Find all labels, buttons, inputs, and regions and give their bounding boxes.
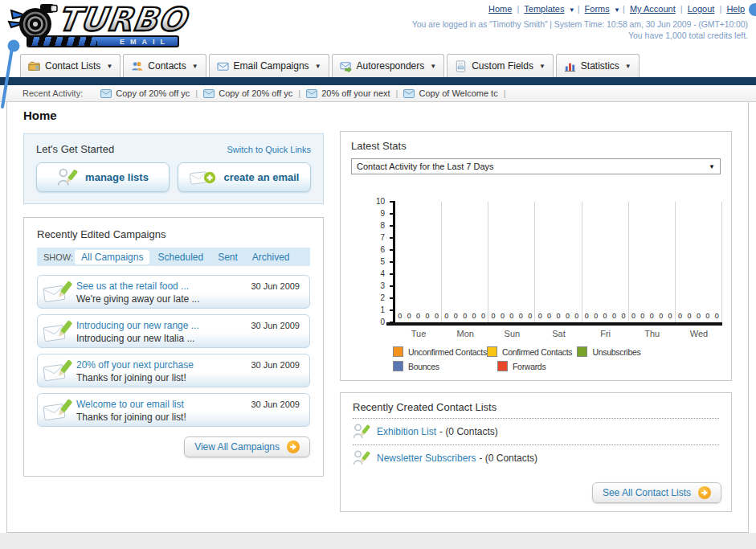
chevron-down-icon: ▼ — [192, 63, 198, 70]
custom-fields-icon — [455, 60, 467, 72]
recently-edited-campaigns-panel: Recently Edited Campaigns SHOW: All Camp… — [23, 217, 324, 477]
blue-dot-annotation — [749, 3, 756, 16]
campaign-subtitle: Thanks for joining our list! — [76, 372, 301, 383]
campaign-card: See us at the retail food ...We're givin… — [37, 275, 310, 309]
chevron-down-icon: ▼ — [612, 6, 620, 14]
envelope-pencil-icon — [43, 358, 73, 387]
contact-list-item: Newsletter Subscribers- (0 Contacts) — [353, 445, 719, 471]
chart-day-label: Thu — [629, 329, 676, 338]
chevron-down-icon: ▼ — [315, 63, 321, 70]
contact-list-name-link[interactable]: Newsletter Subscribers — [377, 453, 476, 464]
login-status: You are logged in as "Timothy Smith" | S… — [412, 19, 748, 29]
envelope-plus-icon — [190, 168, 217, 187]
chart-y-tick — [390, 273, 395, 275]
stats-period-dropdown[interactable]: Contact Activity for the Last 7 Days ▼ — [351, 158, 721, 174]
tab-label: Email Campaigns — [234, 60, 309, 72]
recent-activity-item[interactable]: Copy of 20% off yc — [100, 88, 190, 98]
campaign-date: 30 Jun 2009 — [251, 399, 300, 409]
manage-lists-label: manage lists — [85, 171, 149, 183]
chart-values: 00000 — [442, 312, 488, 320]
chart-y-tick — [390, 309, 395, 311]
legend-item: Unconfirmed Contacts — [393, 346, 487, 357]
top-link-forms[interactable]: Forms — [585, 4, 610, 14]
logo-title: TURBO — [55, 2, 189, 36]
campaign-date: 30 Jun 2009 — [251, 281, 300, 291]
legend-swatch — [393, 361, 403, 371]
tab-contact-lists[interactable]: Contact Lists▼ — [20, 54, 121, 77]
recent-activity-item[interactable]: Copy of 20% off yc — [203, 88, 292, 98]
tab-custom-fields[interactable]: Custom Fields▼ — [447, 54, 554, 77]
filter-archived[interactable]: Archived — [246, 250, 296, 264]
top-link-logout[interactable]: Logout — [688, 4, 715, 14]
campaign-date: 30 Jun 2009 — [251, 360, 300, 370]
contact-lists-icon — [28, 60, 40, 72]
chart-y-tick — [390, 297, 395, 299]
envelope-icon — [203, 89, 215, 98]
contact-activity-chart: 00000000000000000000000000000000000 TueM… — [393, 202, 722, 322]
tab-label: Statistics — [581, 60, 619, 72]
recent-contact-lists-panel: Recently Created Contact Lists Exhibitio… — [340, 392, 732, 512]
chart-day-column: 00000 — [629, 202, 676, 322]
create-email-button[interactable]: create an email — [178, 162, 311, 192]
filter-all-campaigns[interactable]: All Campaigns — [75, 250, 149, 264]
content-panel: Home Let's Get Started Switch to Quick L… — [6, 102, 749, 533]
nav-divider-bar — [0, 77, 756, 85]
legend-swatch — [393, 346, 403, 357]
tab-autoresponders[interactable]: Autoresponders▼ — [332, 54, 445, 77]
activity-item-label: Copy of Welcome tc — [419, 88, 497, 98]
envelope-pencil-icon — [43, 398, 73, 426]
contact-list-name-link[interactable]: Exhibition List — [377, 426, 436, 437]
recent-activity-item[interactable]: 20% off your next — [306, 88, 390, 98]
chart-day-label: Sun — [488, 329, 535, 338]
campaign-date: 30 Jun 2009 — [251, 321, 300, 330]
legend-label: Unconfirmed Contacts — [408, 347, 487, 357]
legend-label: Bounces — [408, 362, 439, 371]
legend-swatch — [487, 346, 497, 357]
see-all-contact-lists-button[interactable]: See All Contact Lists — [592, 482, 721, 503]
legend-item: Bounces — [393, 361, 497, 371]
arrow-icon — [698, 486, 711, 499]
tab-contacts[interactable]: Contacts▼ — [123, 54, 206, 77]
tab-label: Contact Lists — [45, 60, 100, 72]
campaign-subtitle: We're giving away our late ... — [76, 293, 301, 305]
chart-y-tick — [390, 201, 395, 203]
filter-sent[interactable]: Sent — [211, 250, 244, 264]
top-link-help[interactable]: Help — [726, 4, 745, 14]
manage-lists-button[interactable]: manage lists — [36, 162, 170, 192]
recent-activity-item[interactable]: Copy of Welcome tc — [403, 88, 497, 98]
arrow-icon — [287, 440, 300, 453]
view-all-campaigns-button[interactable]: View All Campaigns — [184, 436, 310, 457]
email-campaigns-icon — [217, 60, 229, 72]
envelope-icon — [403, 89, 415, 98]
chart-y-tick — [390, 213, 395, 215]
envelope-pencil-icon — [43, 280, 73, 308]
activity-item-label: Copy of 20% off yc — [116, 88, 190, 98]
contacts-icon — [131, 60, 143, 72]
statistics-icon — [564, 60, 576, 72]
chart-values: 00000 — [676, 312, 721, 320]
filter-scheduled[interactable]: Scheduled — [151, 250, 210, 264]
legend-swatch — [497, 361, 508, 371]
chevron-down-icon: ▼ — [625, 63, 631, 70]
legend-label: Unsubscribes — [592, 347, 640, 357]
create-email-label: create an email — [224, 171, 300, 183]
top-link-my-account[interactable]: My Account — [630, 4, 676, 14]
tab-email-campaigns[interactable]: Email Campaigns▼ — [209, 54, 329, 77]
campaign-filter-bar: SHOW: All CampaignsScheduledSentArchived — [37, 248, 310, 266]
chart-legend: Unconfirmed ContactsConfirmed ContactsUn… — [393, 346, 721, 371]
tab-statistics[interactable]: Statistics▼ — [556, 54, 640, 77]
legend-item: Unsubscribes — [577, 346, 721, 357]
top-link-home[interactable]: Home — [488, 4, 512, 14]
person-pencil-icon — [353, 448, 370, 469]
campaign-card: Introducing our new range ...Introducing… — [37, 314, 310, 348]
envelope-icon — [306, 89, 317, 98]
recent-activity-bar: Recent Activity: Copy of 20% off yc|Copy… — [0, 85, 756, 102]
page-title: Home — [23, 109, 748, 122]
top-link-templates[interactable]: Templates — [524, 4, 564, 14]
switch-quick-links-link[interactable]: Switch to Quick Links — [227, 145, 311, 154]
logo-email-bar: EMAIL — [27, 35, 179, 47]
legend-label: Forwards — [513, 362, 546, 371]
chevron-down-icon: ▼ — [566, 6, 574, 14]
envelope-icon — [100, 89, 112, 98]
contact-list-item: Exhibition List- (0 Contacts) — [353, 419, 719, 445]
